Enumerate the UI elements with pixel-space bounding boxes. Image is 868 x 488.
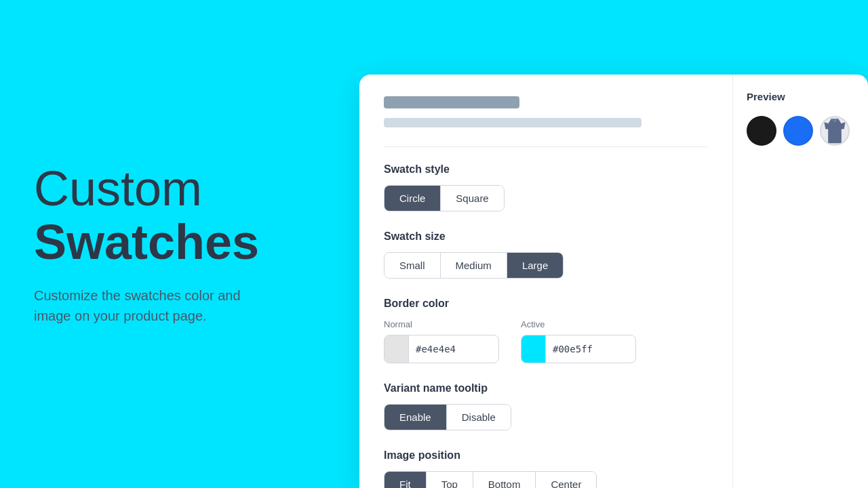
tooltip-enable-button[interactable]: Enable <box>384 405 447 430</box>
swatch-style-section: Swatch style Circle Square <box>384 163 708 211</box>
hero-title: Custom Swatches <box>34 162 326 269</box>
normal-color-text[interactable] <box>409 344 499 354</box>
preview-swatches <box>747 116 850 146</box>
card-main: Swatch style Circle Square Swatch size S… <box>359 75 732 488</box>
image-position-bottom-button[interactable]: Bottom <box>473 472 536 488</box>
swatch-style-square-button[interactable]: Square <box>441 186 503 211</box>
swatch-size-large-button[interactable]: Large <box>507 253 563 278</box>
normal-color-group: Normal <box>384 319 499 363</box>
active-color-input-wrapper[interactable] <box>521 335 636 363</box>
image-position-center-button[interactable]: Center <box>536 472 596 488</box>
image-position-fit-button[interactable]: Fit <box>384 472 427 488</box>
swatch-style-group: Circle Square <box>384 185 505 211</box>
swatch-size-label: Swatch size <box>384 230 708 243</box>
left-panel: Custom Swatches Customize the swatches c… <box>0 0 359 488</box>
preview-swatch-image <box>820 116 850 146</box>
hero-subtitle: Customize the swatches color and image o… <box>34 285 278 326</box>
preview-panel: Preview <box>732 75 868 488</box>
border-color-row: Normal Active <box>384 319 708 363</box>
active-color-swatch <box>521 336 546 363</box>
swatch-size-section: Swatch size Small Medium Large <box>384 230 708 279</box>
active-color-text[interactable] <box>546 344 636 354</box>
border-color-label: Border color <box>384 298 708 310</box>
swatch-style-label: Swatch style <box>384 163 708 176</box>
image-position-section: Image position Fit Top Bottom Center <box>384 449 708 488</box>
normal-color-label: Normal <box>384 319 499 329</box>
image-position-top-button[interactable]: Top <box>427 472 473 488</box>
variant-tooltip-section: Variant name tooltip Enable Disable <box>384 382 708 430</box>
image-position-label: Image position <box>384 449 708 462</box>
normal-color-swatch <box>384 336 409 363</box>
tooltip-disable-button[interactable]: Disable <box>447 405 511 430</box>
placeholder-bar-dark <box>384 96 519 108</box>
swatch-size-small-button[interactable]: Small <box>384 253 441 278</box>
swatch-size-medium-button[interactable]: Medium <box>441 253 507 278</box>
image-position-group: Fit Top Bottom Center <box>384 471 597 488</box>
variant-tooltip-group: Enable Disable <box>384 404 511 430</box>
variant-tooltip-label: Variant name tooltip <box>384 382 708 394</box>
preview-swatch-black <box>747 116 776 146</box>
preview-label: Preview <box>747 91 785 102</box>
hero-title-light: Custom <box>34 162 326 216</box>
swatch-size-group: Small Medium Large <box>384 252 564 279</box>
border-color-section: Border color Normal Active <box>384 298 708 363</box>
hero-title-bold: Swatches <box>34 216 326 269</box>
normal-color-input-wrapper[interactable] <box>384 335 499 363</box>
section-divider <box>384 146 708 147</box>
settings-card: Swatch style Circle Square Swatch size S… <box>359 75 868 488</box>
active-color-group: Active <box>521 319 636 363</box>
placeholder-bar-light <box>384 118 642 127</box>
active-color-label: Active <box>521 319 636 329</box>
right-panel: Swatch style Circle Square Swatch size S… <box>359 0 868 488</box>
swatch-style-circle-button[interactable]: Circle <box>384 186 441 211</box>
preview-swatch-blue <box>783 116 813 146</box>
